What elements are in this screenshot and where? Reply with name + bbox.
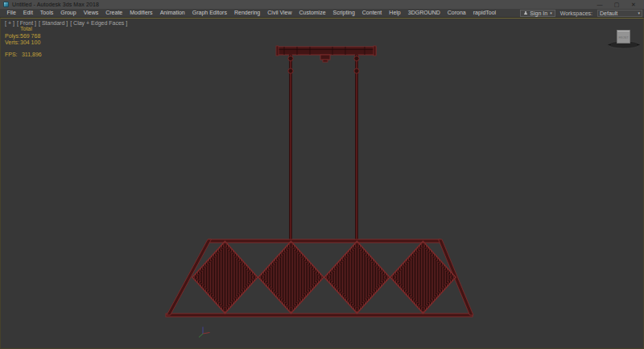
title-bar: Untitled - Autodesk 3ds Max 2018 — ▢ ✕	[0, 0, 644, 9]
menubar-items: FileEditToolsGroupViewsCreateModifiersAn…	[3, 9, 500, 17]
menu-item-group[interactable]: Group	[57, 9, 80, 17]
menu-item-graph-editors[interactable]: Graph Editors	[188, 9, 230, 17]
viewport-front[interactable]: [ + ] [ Front ] [ Standard ] [ Clay + Ed…	[0, 18, 644, 349]
chevron-down-icon: ▾	[550, 11, 552, 15]
menu-item-tools[interactable]: Tools	[36, 9, 56, 17]
svg-text:FRONT: FRONT	[618, 36, 629, 39]
hanger-rods	[288, 55, 359, 239]
maximize-button[interactable]: ▢	[613, 0, 621, 9]
menu-item-customize[interactable]: Customize	[295, 9, 329, 17]
scene-canvas[interactable]: FRONT	[1, 19, 643, 348]
workspace-value: Default	[600, 10, 617, 16]
diamond-panels	[192, 242, 456, 314]
workspaces-label: Workspaces:	[560, 10, 592, 16]
window-controls: — ▢ ✕	[596, 0, 641, 9]
diamond-panel	[324, 242, 390, 314]
chandelier-model[interactable]	[166, 46, 473, 317]
person-icon	[523, 11, 527, 15]
menu-item-rapidtool[interactable]: rapidTool	[469, 9, 499, 17]
viewcube[interactable]: FRONT	[609, 31, 640, 49]
menu-item-views[interactable]: Views	[80, 9, 102, 17]
menu-item-modifiers[interactable]: Modifiers	[126, 9, 156, 17]
window-title: Untitled - Autodesk 3ds Max 2018	[12, 2, 99, 7]
workspace-select[interactable]: Default ▾	[597, 10, 642, 17]
menubar-right: Sign In ▾ Workspaces: Default ▾	[520, 10, 644, 17]
menu-item-help[interactable]: Help	[386, 9, 404, 17]
menu-item-edit[interactable]: Edit	[19, 9, 36, 17]
menu-item-content[interactable]: Content	[358, 9, 386, 17]
menu-item-rendering[interactable]: Rendering	[230, 9, 263, 17]
minimize-button[interactable]: —	[596, 0, 604, 9]
3ds-max-app-icon	[3, 2, 9, 7]
menu-item-animation[interactable]: Animation	[156, 9, 188, 17]
menu-item-create[interactable]: Create	[102, 9, 126, 17]
sign-in-label: Sign In	[530, 10, 547, 16]
axis-tripod-icon	[199, 327, 210, 338]
menu-item-file[interactable]: File	[3, 9, 19, 17]
close-button[interactable]: ✕	[630, 0, 638, 9]
menu-item-scripting[interactable]: Scripting	[329, 9, 358, 17]
chevron-down-icon: ▾	[638, 11, 640, 15]
sign-in-dropdown[interactable]: Sign In ▾	[520, 10, 555, 17]
menu-bar: FileEditToolsGroupViewsCreateModifiersAn…	[0, 9, 644, 18]
menu-item-3dground[interactable]: 3DGROUND	[404, 9, 444, 17]
menu-item-civil-view[interactable]: Civil View	[264, 9, 295, 17]
menu-item-corona[interactable]: Corona	[444, 9, 469, 17]
diamond-panel	[258, 242, 324, 314]
